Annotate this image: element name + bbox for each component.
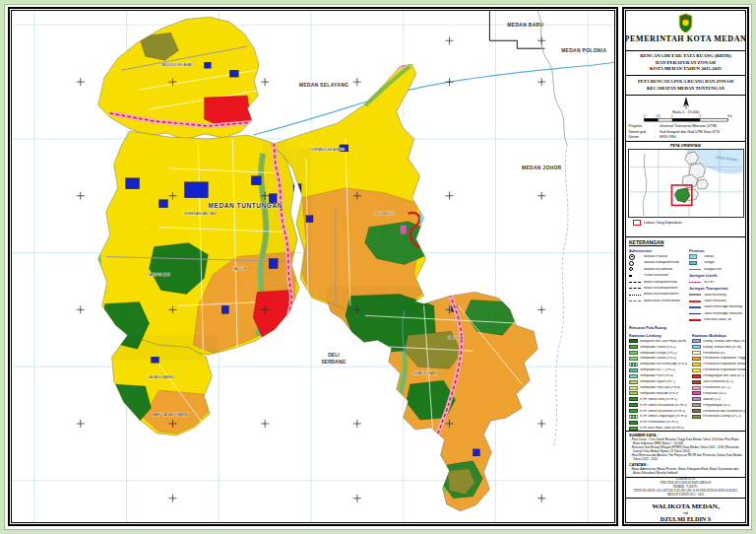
label-kelurahan: SIDOMULYO: [375, 212, 395, 216]
scale-block: Skala 1 : 25.000 0 0,5 1 2 Km: [626, 96, 745, 142]
legend-swatch: [692, 403, 701, 407]
legend-label: Sempadan Parit (PS-6): [640, 374, 673, 377]
legend-symbol-glyph: [629, 288, 641, 289]
catatan-item: - Batas Administrasi (Batas Provinsi, Ba…: [629, 467, 742, 475]
legend-transport-list: Jalan Eksisting Jalan Rencana: [689, 292, 742, 323]
legend-label: Batas Blok Perencanaan: [644, 300, 680, 302]
medan-crest-icon: [677, 13, 694, 33]
legend-symbol-glyph: [689, 300, 701, 302]
lampiran-line: TENTANG RENCANA DETAIL TATA RUANG DAN PE…: [629, 490, 742, 498]
inset-caption-text: Lokasi Yang Dipetakan: [644, 221, 682, 225]
legend-label: Pertahanan dan Keamanan (KH-1): [703, 410, 745, 413]
legend-label: Perumahan Kepadatan Tinggi (R-2): [703, 357, 745, 360]
label-medan-baru: MEDAN BARU: [507, 22, 543, 28]
label-deli-serdang-1: DELI: [328, 352, 340, 358]
source-item: - Rencana Tata Ruang Wilayah (RTRW) Kota…: [629, 445, 742, 453]
legend-swatch: [692, 368, 701, 372]
legend-swatch: [629, 368, 638, 372]
legend-swatch: [692, 357, 701, 361]
legend-budidaya-list: Ruang Terbuka Non Hijau (RTNH) Ruang Ter…: [692, 339, 745, 420]
legend-label: Industri (I-1): [703, 398, 721, 401]
legend-symbol-glyph: [689, 261, 697, 266]
legend-label: Sempadan Pipa Gas (PS-8): [640, 386, 680, 389]
sources-list: - Peta Dasar : Citra Satelit Resolusi Ti…: [629, 437, 742, 461]
legend-swatch: [692, 345, 701, 349]
legend-swatch: [629, 339, 638, 343]
highlight-box-icon: [633, 220, 641, 226]
projection-row: Datum : WGS 1984: [629, 135, 743, 140]
legend-listrik-list: SUTET: [689, 279, 742, 285]
legend-network-column: Perairan Danau Sung: [689, 247, 742, 323]
legend-swatch: [692, 391, 701, 395]
source-item: - Hasil Rencana dan Analisis Tim Penyusu…: [629, 453, 742, 461]
label-medan-johor: MEDAN JOHOR: [522, 165, 562, 170]
legend-label: RTH Pemakaman (RTH-5): [640, 421, 678, 424]
legend-label: Jasa Komersial (K-2): [703, 380, 733, 383]
inset-caption: Lokasi Yang Dipetakan: [629, 220, 682, 226]
legend-swatch: [692, 351, 701, 355]
legend-lindung-column: Kawasan Lindung Mangrove dan Jalur Hijau…: [629, 332, 688, 432]
legend-admin-list: Ibukota Provinsi Ibukota Kabupaten/Kota: [629, 254, 685, 304]
legend-label: Pariwisata (W-1): [703, 392, 726, 395]
scale-bar: 0 0,5 1 2 Km: [635, 114, 737, 123]
legend-label: Jalan Kereta Api Eksisting: [704, 305, 742, 308]
label-district: MEDAN TUNTUNGAN: [209, 202, 283, 209]
river-line: [253, 62, 614, 135]
map-sheet-page: MEDAN BARU MEDAN POLONIA MEDAN SELAYANG …: [0, 0, 756, 534]
legend-label: SUTET: [704, 281, 715, 284]
map-canvas: MEDAN BARU MEDAN POLONIA MEDAN SELAYANG …: [12, 11, 615, 523]
legend-label: Perkantoran (KT-1): [703, 386, 730, 389]
legend-label: Sungai/Parit: [704, 268, 722, 271]
legend-lindung-list: Mangrove dan Jalur Hijau (MJH) Sempadan …: [629, 339, 688, 432]
legend-symbol-glyph: [629, 254, 635, 260]
legend-label: Sempadan Mata Air (PS-9): [640, 392, 678, 395]
legend-label: RTH Taman Kota (RTH-1): [640, 398, 677, 401]
legend-swatch: [629, 397, 638, 401]
title-line-3: KOTA MEDAN TAHUN 2015-2035: [650, 66, 722, 72]
legend-label: Sempadan SUTT (PS-5): [640, 368, 675, 371]
catatan-list: - Batas Administrasi (Batas Provinsi, Ba…: [629, 467, 742, 475]
legend-swatch: [629, 391, 638, 395]
legend-symbol-glyph: [689, 294, 701, 296]
inset-title: PETA ORIENTASI: [670, 144, 701, 148]
inset-west-boundary: [643, 154, 647, 216]
legend-swatch: [692, 397, 701, 401]
legend-label: Mangrove dan Jalur Hijau (MJH): [640, 340, 686, 343]
legend-label: Ruang Terbuka Biru (RTB): [703, 346, 741, 349]
legend-label: Ibukota Kecamatan: [644, 268, 672, 271]
signature-block: WALIKOTA MEDAN, ttd DZULMI ELDIN S: [626, 499, 745, 522]
legend-label: RTH Taman Lingkungan (RTH-4): [640, 415, 687, 418]
legend-label: Pergudangan (G-1): [703, 404, 730, 407]
source-item: - Peta Dasar : Citra Satelit Resolusi Ti…: [629, 437, 742, 445]
legend-row: Rencana Jalan Tol: [689, 317, 742, 323]
legend-swatch: [629, 403, 638, 407]
legend-label: Peruntukan Lainnya (PL-3): [703, 415, 741, 418]
legend-symbol-glyph: [629, 275, 632, 278]
title-panel-frame: PEMERINTAH KOTA MEDAN RENCANA DETAIL TAT…: [622, 7, 749, 526]
legend-symbol-glyph: [689, 306, 701, 308]
legend-symbol-glyph: [629, 295, 641, 296]
legend-symbol-glyph: [629, 267, 633, 271]
legend-swatch: [629, 357, 638, 361]
legend-swatch: [692, 374, 701, 378]
label-deli-serdang-2: SERDANG: [322, 359, 346, 365]
legend-symbol-glyph: [689, 269, 701, 270]
label-kelurahan: BARU LADANG BAMBU: [153, 413, 190, 417]
legend-row: Batas Blok Perencanaan: [629, 298, 685, 303]
legend-symbol-glyph: [689, 319, 701, 321]
legend-head-pola-ruang: Rencana Pola Ruang: [629, 326, 742, 330]
legend-head-budidaya: Kawasan Budidaya: [692, 334, 745, 338]
inset-map: Selat Malaka: [628, 149, 744, 218]
legend-symbol: [689, 279, 702, 285]
label-kelurahan: MANGGA: [448, 336, 464, 340]
title-panel: PEMERINTAH KOTA MEDAN RENCANA DETAIL TAT…: [625, 10, 746, 523]
sources-block: SUMBER DATA : - Peta Dasar : Citra Satel…: [626, 432, 745, 478]
org-name: PEMERINTAH KOTA MEDAN: [626, 34, 745, 43]
legend-symbol-glyph: [689, 282, 701, 283]
legend-label: Pusat Kelurahan: [644, 274, 668, 277]
legend-budidaya-column: Kawasan Budidaya Ruang Terbuka Non Hijau…: [692, 332, 745, 432]
legend-head-lindung: Kawasan Lindung: [629, 334, 688, 338]
label-medan-polonia: MEDAN POLONIA: [561, 47, 606, 53]
projection-key: Datum: [629, 135, 655, 140]
cyan-zone: [420, 204, 436, 228]
